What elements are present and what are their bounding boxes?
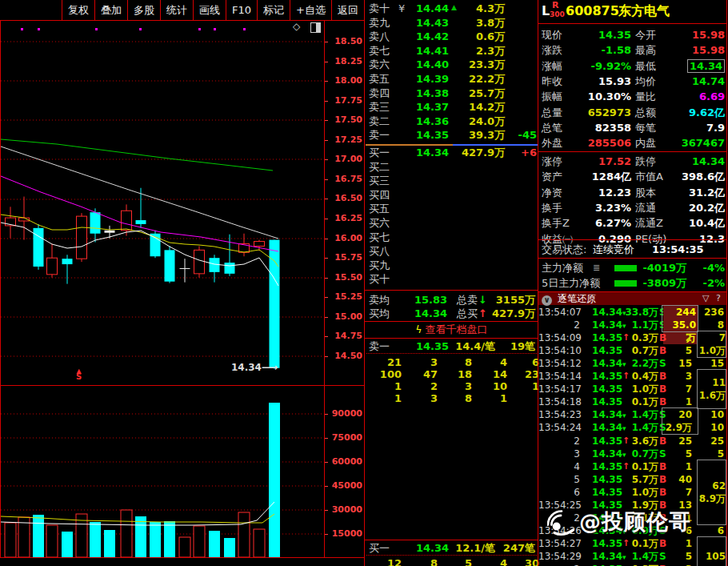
toolbar-button-标记[interactable]: 标记 — [257, 0, 290, 20]
queue-grid-cell: 5 — [437, 557, 472, 566]
volume-bar — [33, 515, 44, 557]
book-row-买八[interactable]: 买八 — [365, 244, 538, 258]
tick-price: 14.34 — [584, 357, 622, 370]
book-row-卖十[interactable]: 卖十¥14.44▲4.3万 — [365, 2, 538, 15]
toolbar-button-多股[interactable]: 多股 — [127, 0, 160, 20]
queue-label: 买一 — [369, 542, 390, 554]
buy-queue-header: 买一 14.34 12.1/笔 247笔 — [365, 542, 538, 554]
toolbar-button-叠加[interactable]: 叠加 — [94, 0, 127, 20]
buy-avg-label: 买均 — [369, 307, 390, 320]
axis-tick — [325, 219, 328, 219]
toolbar-button-F10[interactable]: F10 — [226, 0, 257, 20]
toolbar-button-复权[interactable]: 复权 — [62, 0, 94, 20]
tick-price: 14.34 — [584, 421, 622, 434]
tick-price: 14.35 — [584, 563, 622, 566]
tick-group-box — [662, 407, 698, 435]
candle-body — [225, 263, 235, 274]
price-axis-label: 15.00 — [327, 311, 362, 322]
book-level-label: 买六 — [369, 216, 390, 230]
quote-value: 20.2亿 — [655, 200, 725, 215]
volume-bar — [150, 522, 161, 557]
tick-price: 14.35 — [584, 344, 622, 357]
book-price: 14.34 — [397, 146, 449, 159]
candlestick-chart[interactable] — [0, 20, 325, 558]
filter-icon[interactable]: ▽ — [702, 292, 709, 305]
queue-grid-cell: 14 — [472, 368, 507, 380]
toolbar-button-返回[interactable]: 返回 — [331, 0, 364, 20]
book-price: 14.43 — [397, 16, 449, 30]
tick-row[interactable]: 13:54:2414.34▾1.4万S2.9万10 — [538, 421, 727, 434]
book-volume: 0.6万 — [453, 30, 505, 43]
tick-row[interactable]: 214.34▾1.1万S35.0万8 — [538, 319, 727, 331]
book-level-label: 买三 — [369, 174, 390, 187]
axis-tick — [325, 159, 328, 160]
thousand-depth-link[interactable]: ϟ 查看千档盘口 — [365, 323, 538, 336]
axis-tick — [325, 81, 328, 82]
toolbar-button-+自选[interactable]: +自选 — [290, 0, 331, 20]
tick-order-count: 1 — [663, 395, 692, 408]
volume-axis-label: 90000 — [327, 408, 362, 419]
queue-grid-cell: 1 — [366, 380, 402, 392]
toolbar-button-画线[interactable]: 画线 — [193, 0, 226, 20]
quote-value: -1.58 — [562, 42, 631, 58]
quote-row-现价: 现价14.35今开15.98 — [538, 27, 727, 42]
tick-volume: 0.3万 — [625, 563, 658, 566]
tick-group-box: 628.9万 — [697, 460, 726, 525]
tick-row[interactable]: 13:54:0714.34▾33.8万S244236 — [538, 306, 727, 319]
quote-value: 31.2亿 — [655, 185, 725, 200]
tick-volume: 5.7万 — [625, 473, 658, 486]
quote-value: 14.74 — [655, 74, 725, 89]
axis-tick — [325, 42, 328, 42]
tick-time: 13:54:07 — [538, 306, 580, 319]
ma-line — [1, 139, 273, 171]
book-row-买七[interactable]: 买七 — [365, 231, 538, 244]
flow-label: 主力净额 — [542, 260, 583, 275]
watermark-text: @投顾伦哥 — [579, 508, 691, 536]
quote-value: 15.98 — [655, 27, 725, 42]
event-marker-dot — [243, 28, 246, 30]
quote-panel: L R 300 600875 东方电气 现价14.35今开15.98涨跌-1.5… — [538, 0, 728, 566]
book-row-买六[interactable]: 买六 — [365, 216, 538, 230]
collapse-icon[interactable]: ∨ — [542, 293, 552, 306]
tick-row[interactable]: 314.34▾0.7万S55 — [538, 448, 727, 460]
queue-per-trade: 14.4/笔 — [451, 340, 495, 353]
tick-row[interactable]: 13:54:1214.34▾2.2万S1515 — [538, 357, 727, 370]
book-row-卖五[interactable]: 卖五14.3922.2万 — [365, 72, 538, 86]
book-row-买一[interactable]: 买一14.34427.9万+6 — [365, 146, 538, 159]
book-row-卖九[interactable]: 卖九14.433.8万 — [365, 16, 538, 30]
queue-grid-cell: 100 — [366, 368, 402, 380]
book-price: 14.36 — [397, 114, 449, 128]
order-book-panel: 卖十¥14.44▲4.3万卖九14.433.8万卖八14.420.6万卖七14.… — [364, 0, 538, 566]
book-row-买五[interactable]: 买五 — [365, 202, 538, 215]
tick-time: 2 — [538, 319, 580, 331]
book-row-卖二[interactable]: 卖二14.3624.0万 — [365, 114, 538, 128]
book-row-买九[interactable]: 买九 — [365, 259, 538, 272]
book-row-卖八[interactable]: 卖八14.420.6万 — [365, 30, 538, 43]
quote-value: 6.27% — [562, 215, 631, 231]
help-icon[interactable]: ? — [716, 292, 721, 305]
toolbar-button-统计[interactable]: 统计 — [160, 0, 193, 20]
lightning-icon: ϟ — [415, 324, 422, 335]
axis-tick — [325, 317, 328, 318]
candle-body — [47, 258, 58, 275]
tick-row[interactable]: 13:54:2314.34▾1.4万S2010 — [538, 408, 727, 421]
quote-row-净资: 净资12.23股本31.2亿 — [538, 185, 727, 200]
book-row-卖四[interactable]: 卖四14.3825.7万 — [365, 86, 538, 100]
candle-body — [90, 212, 101, 234]
quote-label: 涨停 — [542, 154, 562, 169]
quote-value: 7.9 — [655, 120, 725, 135]
divider — [365, 540, 538, 540]
tick-price: 14.35 — [584, 395, 622, 408]
book-row-买十[interactable]: 买十 — [365, 272, 538, 286]
tick-row[interactable]: 214.35↑3.6万B2525 — [538, 435, 727, 448]
book-row-卖一[interactable]: 卖一14.3539.3万-45 — [365, 128, 538, 142]
book-row-卖六[interactable]: 卖六14.4023.3万 — [365, 58, 538, 71]
book-row-买二[interactable]: 买二 — [365, 160, 538, 174]
book-row-卖七[interactable]: 卖七14.412.3万 — [365, 44, 538, 58]
book-row-卖三[interactable]: 卖三14.3714.2万 — [365, 100, 538, 114]
book-row-买四[interactable]: 买四 — [365, 188, 538, 202]
tick-volume: 0.3万 — [625, 331, 658, 344]
quote-value: 17.52 — [562, 154, 631, 169]
book-row-买三[interactable]: 买三 — [365, 174, 538, 187]
tick-panel-header[interactable]: ∨ 逐笔还原 ▽ ? — [538, 292, 727, 305]
